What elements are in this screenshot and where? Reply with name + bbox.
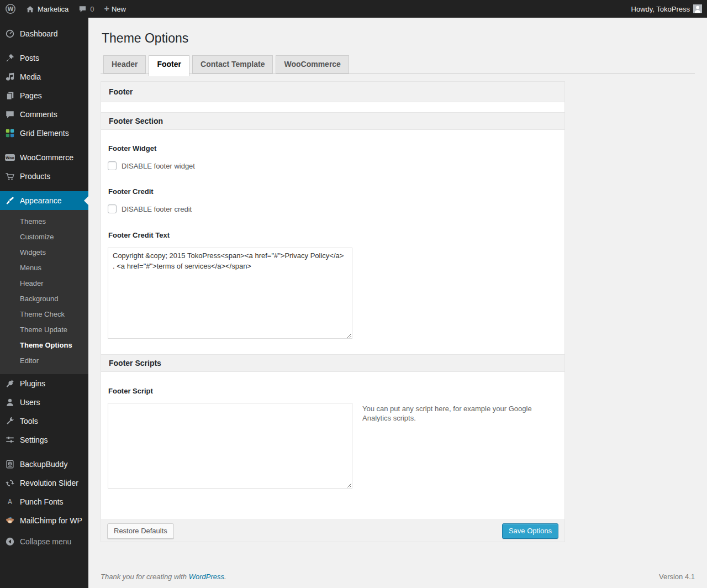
footer-section-header: Footer Section xyxy=(101,112,564,130)
submenu-item-header[interactable]: Header xyxy=(0,276,88,291)
svg-text:A: A xyxy=(8,498,12,506)
sidebar-item-tools[interactable]: Tools xyxy=(0,412,88,431)
sidebar-item-collapse-menu[interactable]: Collapse menu xyxy=(0,532,88,551)
sidebar-item-dashboard[interactable]: Dashboard xyxy=(0,24,88,43)
svg-text:W: W xyxy=(7,6,13,12)
sidebar-item-grid-elements[interactable]: Grid Elements xyxy=(0,124,88,143)
sidebar-item-label: Collapse menu xyxy=(20,537,71,546)
howdy-label: Howdy, TokoPress xyxy=(631,5,690,13)
sidebar-item-appearance[interactable]: Appearance xyxy=(0,191,88,210)
submenu-item-customize[interactable]: Customize xyxy=(0,229,88,245)
submenu-item-editor[interactable]: Editor xyxy=(0,353,88,369)
tab-woocommerce[interactable]: WooCommerce xyxy=(276,55,349,74)
sidebar-item-label: Revolution Slider xyxy=(20,479,78,487)
sidebar-item-label: Comments xyxy=(20,110,57,119)
admin-bar-left: W Marketica 0 + New xyxy=(0,0,131,18)
appearance-icon xyxy=(4,195,15,206)
revolution-slider-icon xyxy=(4,477,15,489)
submenu-item-theme-options[interactable]: Theme Options xyxy=(0,338,88,353)
punch-fonts-icon: A xyxy=(4,496,15,507)
tools-icon xyxy=(4,416,15,427)
panel-action-bar: Restore Defaults Save Options xyxy=(101,519,564,542)
sidebar-item-media[interactable]: Media xyxy=(0,67,88,86)
wp-logo-menu[interactable]: W xyxy=(0,0,21,18)
sidebar-item-label: Grid Elements xyxy=(20,129,69,138)
footer-credit-text-textarea[interactable]: Copyright &copy; 2015 TokoPress<span><a … xyxy=(108,248,352,339)
submenu-item-themes[interactable]: Themes xyxy=(0,214,88,229)
comment-count: 0 xyxy=(90,5,94,13)
settings-icon xyxy=(4,434,15,445)
sidebar-item-punch-fonts[interactable]: A Punch Fonts xyxy=(0,492,88,511)
sidebar-item-label: Products xyxy=(20,172,50,181)
sidebar-item-label: Pages xyxy=(20,91,42,100)
sidebar-item-pages[interactable]: Pages xyxy=(0,86,88,105)
sidebar-item-comments[interactable]: Comments xyxy=(0,105,88,124)
save-options-button[interactable]: Save Options xyxy=(502,523,558,539)
sidebar-item-label: WooCommerce xyxy=(20,153,73,162)
disable-footer-widget-label: DISABLE footer widget xyxy=(122,162,195,170)
footer-scripts-header: Footer Scripts xyxy=(101,354,564,372)
disable-footer-credit-label: DISABLE footer credit xyxy=(122,205,192,213)
page-title: Theme Options xyxy=(102,30,695,46)
media-icon xyxy=(4,71,15,82)
submenu-item-theme-update[interactable]: Theme Update xyxy=(0,322,88,338)
sidebar-item-plugins[interactable]: Plugins xyxy=(0,374,88,393)
footer-credit-text-label: Footer Credit Text xyxy=(108,231,558,239)
users-icon xyxy=(4,397,15,408)
sidebar-item-settings[interactable]: Settings xyxy=(0,431,88,449)
disable-footer-credit-checkbox[interactable] xyxy=(108,204,117,213)
admin-bar: W Marketica 0 + New Howdy, TokoPress xyxy=(0,0,707,18)
footer-section-fields: Footer Widget DISABLE footer widget Foot… xyxy=(101,144,564,340)
sidebar-item-label: Tools xyxy=(20,417,38,426)
sidebar-item-revolution-slider[interactable]: Revolution Slider xyxy=(0,474,88,492)
plugin-icon xyxy=(4,378,15,389)
sidebar-item-label: Media xyxy=(20,72,41,81)
backupbuddy-icon xyxy=(4,459,15,470)
sidebar-item-woocommerce[interactable]: Woo WooCommerce xyxy=(0,148,88,167)
dashboard-icon xyxy=(4,28,15,39)
collapse-icon xyxy=(4,536,15,547)
cart-icon xyxy=(4,171,15,182)
theme-options-tabs: HeaderFooterContact TemplateWooCommerce xyxy=(101,54,695,74)
submenu-item-theme-check[interactable]: Theme Check xyxy=(0,307,88,322)
sidebar-item-mailchimp[interactable]: MailChimp for WP xyxy=(0,511,88,530)
comment-bubble-icon xyxy=(78,5,87,13)
disable-footer-widget-checkbox[interactable] xyxy=(108,161,117,170)
sidebar-item-users[interactable]: Users xyxy=(0,393,88,412)
submenu-item-widgets[interactable]: Widgets xyxy=(0,245,88,260)
footer-credit-checkbox-row: DISABLE footer credit xyxy=(108,204,558,213)
sidebar-item-posts[interactable]: Posts xyxy=(0,49,88,67)
footer-widget-label: Footer Widget xyxy=(108,144,558,153)
footer-script-helper-text: You can put any script here, for example… xyxy=(362,403,534,489)
tab-contact-template[interactable]: Contact Template xyxy=(192,55,273,74)
appearance-submenu: Themes Customize Widgets Menus Header Ba… xyxy=(0,210,88,374)
sidebar-item-label: MailChimp for WP xyxy=(20,516,82,525)
new-content-menu[interactable]: + New xyxy=(99,0,131,18)
footer-widget-checkbox-row: DISABLE footer widget xyxy=(108,161,558,170)
tab-header[interactable]: Header xyxy=(103,55,146,74)
sidebar-item-products[interactable]: Products xyxy=(0,167,88,186)
sidebar-item-label: Posts xyxy=(20,54,39,62)
restore-defaults-button[interactable]: Restore Defaults xyxy=(107,523,174,539)
sidebar-item-label: Users xyxy=(20,398,40,407)
home-icon xyxy=(26,5,34,13)
tab-footer[interactable]: Footer xyxy=(149,55,189,76)
submenu-item-background[interactable]: Background xyxy=(0,291,88,307)
footer-script-textarea[interactable] xyxy=(108,403,352,489)
avatar xyxy=(693,4,702,13)
sidebar-item-label: BackupBuddy xyxy=(20,460,67,469)
account-menu[interactable]: Howdy, TokoPress xyxy=(626,0,707,18)
wordpress-link[interactable]: WordPress xyxy=(189,573,224,581)
site-name-menu[interactable]: Marketica xyxy=(21,0,73,18)
submenu-item-menus[interactable]: Menus xyxy=(0,260,88,276)
sidebar-item-label: Plugins xyxy=(20,379,45,388)
footer-scripts-fields: Footer Script You can put any script her… xyxy=(101,387,564,519)
woocommerce-icon: Woo xyxy=(4,152,15,163)
mailchimp-icon xyxy=(4,515,15,526)
grid-elements-icon xyxy=(4,128,15,139)
admin-sidebar: Dashboard Posts Media Pages Comments Gri… xyxy=(0,18,88,588)
panel-title: Footer xyxy=(101,82,564,102)
sidebar-item-backupbuddy[interactable]: BackupBuddy xyxy=(0,455,88,474)
comments-menu[interactable]: 0 xyxy=(73,0,99,18)
panel-spacer xyxy=(101,102,564,112)
